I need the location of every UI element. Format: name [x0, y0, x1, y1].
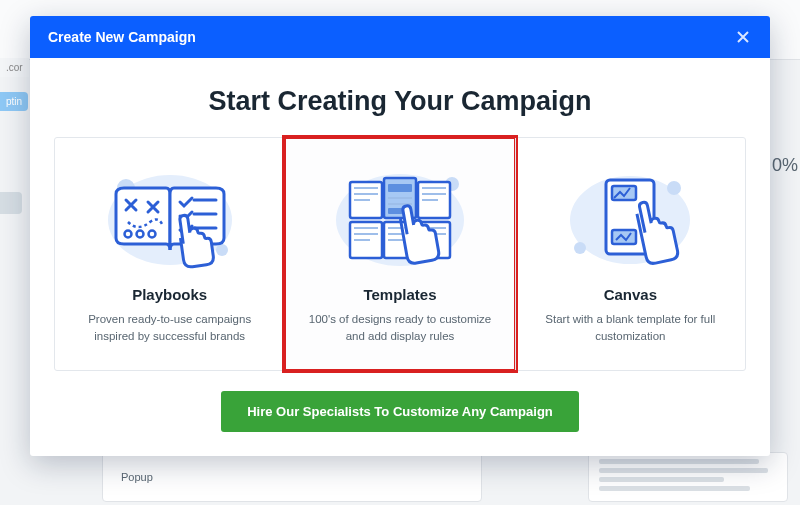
- svg-point-38: [667, 181, 681, 195]
- svg-point-37: [574, 242, 586, 254]
- option-templates[interactable]: Templates 100's of designs ready to cust…: [284, 138, 514, 370]
- bg-card-popup: Popup: [102, 452, 482, 502]
- option-desc: 100's of designs ready to customize and …: [301, 311, 498, 344]
- bg-card-skeleton: [588, 452, 788, 502]
- bg-side-tab: ptin: [0, 92, 28, 111]
- campaign-options: Playbooks Proven ready-to-use campaigns …: [54, 137, 746, 371]
- option-title: Templates: [301, 286, 498, 303]
- svg-point-2: [216, 244, 228, 256]
- modal-header: Create New Campaign: [30, 16, 770, 58]
- option-playbooks[interactable]: Playbooks Proven ready-to-use campaigns …: [55, 138, 284, 370]
- option-desc: Start with a blank template for full cus…: [532, 311, 729, 344]
- templates-icon: [301, 160, 498, 276]
- option-canvas[interactable]: Canvas Start with a blank template for f…: [515, 138, 745, 370]
- bg-text: .cor: [0, 58, 29, 77]
- svg-rect-20: [388, 184, 412, 192]
- close-icon[interactable]: [734, 28, 752, 46]
- create-campaign-modal: Create New Campaign Start Creating Your …: [30, 16, 770, 456]
- modal-heading: Start Creating Your Campaign: [54, 86, 746, 117]
- option-title: Playbooks: [71, 286, 268, 303]
- bg-stat: 0%: [772, 155, 800, 176]
- option-desc: Proven ready-to-use campaigns inspired b…: [71, 311, 268, 344]
- playbooks-icon: [71, 160, 268, 276]
- bg-card-label: Popup: [121, 471, 153, 483]
- modal-body: Start Creating Your Campaign: [30, 58, 770, 456]
- canvas-icon: [532, 160, 729, 276]
- modal-title: Create New Campaign: [48, 29, 196, 45]
- hire-specialists-button[interactable]: Hire Our Specialists To Customize Any Ca…: [221, 391, 579, 432]
- option-title: Canvas: [532, 286, 729, 303]
- svg-rect-40: [612, 186, 636, 200]
